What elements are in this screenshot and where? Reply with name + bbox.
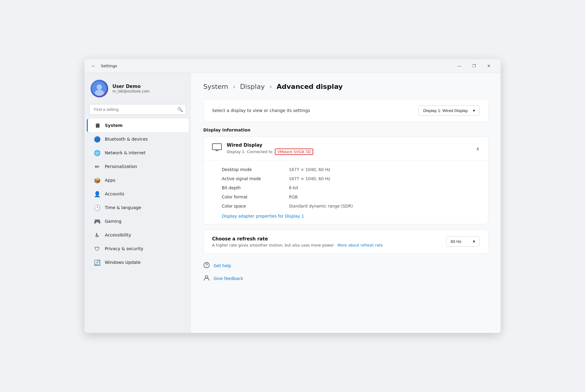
spec-value-desktop-mode: 1677 × 1040, 60 Hz <box>289 167 330 172</box>
sidebar-item-label-gaming: Gaming <box>105 219 183 224</box>
spec-row-active-signal: Active signal mode 1677 × 1040, 60 Hz <box>222 174 480 183</box>
user-name: User Demo <box>112 84 150 89</box>
svg-point-5 <box>206 266 207 267</box>
sidebar-item-windows-update[interactable]: 🔄 Windows Update <box>87 256 189 269</box>
maximize-button[interactable]: ❐ <box>467 61 481 71</box>
display-subtitle-prefix: Display 1: Connected to <box>227 149 272 154</box>
personalization-icon: ✏️ <box>94 163 101 170</box>
sidebar-item-network[interactable]: 🌐 Network & internet <box>87 146 189 159</box>
sidebar-item-label-network: Network & internet <box>105 150 183 155</box>
breadcrumb-part3: Advanced display <box>277 83 343 90</box>
display-selector-card: Select a display to view or change its s… <box>203 99 488 122</box>
sidebar-item-gaming[interactable]: 🎮 Gaming <box>87 215 189 228</box>
system-icon: 🖥 <box>94 122 101 129</box>
spec-value-color-format: RGB <box>289 194 298 199</box>
accounts-icon: 👤 <box>94 191 101 197</box>
titlebar: ← Settings — ❐ ✕ <box>84 59 501 73</box>
sidebar-item-label-bluetooth: Bluetooth & devices <box>105 137 183 142</box>
display-selector-row: Select a display to view or change its s… <box>212 105 480 116</box>
sidebar-item-label-system: System <box>105 123 183 128</box>
content-area: System › Display › Advanced display Sele… <box>191 73 501 333</box>
spec-label-bit-depth: Bit depth <box>222 185 289 190</box>
vmware-badge: VMware SVGA 3D <box>275 149 313 155</box>
search-input[interactable] <box>89 104 186 115</box>
sidebar: User Demo m_lab@outlook.com 🔍 🖥 System 🔵… <box>84 73 191 333</box>
spec-value-color-space: Standard dynamic range (SDR) <box>289 204 353 208</box>
sidebar-item-personalization[interactable]: ✏️ Personalization <box>87 160 189 173</box>
refresh-rate-info: Choose a refresh rate A higher rate give… <box>212 236 383 247</box>
get-help-row: Get help <box>203 259 488 272</box>
spec-value-active-signal: 1677 × 1040, 60 Hz <box>289 176 330 181</box>
privacy-icon: 🛡 <box>94 245 101 252</box>
spec-label-color-space: Color space <box>222 204 289 208</box>
user-profile[interactable]: User Demo m_lab@outlook.com <box>84 73 191 103</box>
refresh-rate-desc: A higher rate gives smoother motion, but… <box>212 243 383 247</box>
sidebar-item-system[interactable]: 🖥 System <box>87 119 189 132</box>
display-info-header: Wired Display Display 1: Connected to VM… <box>204 137 488 161</box>
adapter-properties-link[interactable]: Display adapter properties for Display 1 <box>222 211 480 220</box>
display-selector-label: Select a display to view or change its s… <box>212 108 310 113</box>
time-icon: 🕐 <box>94 204 101 211</box>
refresh-rate-dropdown[interactable]: 60 Hz ▾ <box>446 236 480 247</box>
breadcrumb-sep1: › <box>233 83 238 90</box>
display-info-card: Wired Display Display 1: Connected to VM… <box>203 137 488 224</box>
get-help-link[interactable]: Get help <box>214 263 231 268</box>
settings-window: ← Settings — ❐ ✕ User Demo m_ <box>84 59 501 333</box>
sidebar-item-accounts[interactable]: 👤 Accounts <box>87 187 189 201</box>
sidebar-item-accessibility[interactable]: ♿ Accessibility <box>87 228 189 242</box>
breadcrumb: System › Display › Advanced display <box>203 83 488 90</box>
spec-label-desktop-mode: Desktop mode <box>222 167 289 172</box>
sidebar-item-label-accessibility: Accessibility <box>105 233 183 237</box>
network-icon: 🌐 <box>94 149 101 156</box>
breadcrumb-part1: System <box>203 83 228 90</box>
sidebar-item-label-accounts: Accounts <box>105 191 183 196</box>
display-info-title-row: Wired Display Display 1: Connected to VM… <box>212 142 313 155</box>
chevron-up-icon[interactable]: ∧ <box>476 146 480 152</box>
display-info-section: Display information Wi <box>203 128 488 224</box>
refresh-rate-value: 60 Hz <box>451 239 461 244</box>
display-dropdown-value: Display 1: Wired Display <box>423 108 468 113</box>
display-subtitle: Display 1: Connected to VMware SVGA 3D <box>227 149 313 155</box>
bluetooth-icon: 🔵 <box>94 136 101 142</box>
display-name: Wired Display <box>227 142 313 148</box>
give-feedback-icon <box>203 275 210 282</box>
spec-row-color-space: Color space Standard dynamic range (SDR) <box>222 201 480 211</box>
get-help-icon <box>203 262 210 270</box>
minimize-button[interactable]: — <box>452 61 466 71</box>
give-feedback-link[interactable]: Give feedback <box>214 276 243 281</box>
sidebar-item-label-apps: Apps <box>105 178 183 183</box>
display-info-section-title: Display information <box>203 128 488 132</box>
sidebar-item-apps[interactable]: 📦 Apps <box>87 173 189 187</box>
spec-row-bit-depth: Bit depth 8-bit <box>222 183 480 192</box>
main-layout: User Demo m_lab@outlook.com 🔍 🖥 System 🔵… <box>84 73 501 333</box>
display-dropdown[interactable]: Display 1: Wired Display ▾ <box>419 105 480 116</box>
refresh-rate-chevron-icon: ▾ <box>473 239 475 244</box>
svg-rect-3 <box>212 144 222 150</box>
specs-table: Desktop mode 1677 × 1040, 60 Hz Active s… <box>204 161 488 224</box>
spec-row-color-format: Color format RGB <box>222 192 480 201</box>
app-title: Settings <box>101 64 117 68</box>
svg-point-2 <box>95 90 104 96</box>
breadcrumb-part2: Display <box>240 83 265 90</box>
spec-label-active-signal: Active signal mode <box>222 176 289 181</box>
sidebar-item-time[interactable]: 🕐 Time & language <box>87 201 189 214</box>
user-info: User Demo m_lab@outlook.com <box>112 84 150 93</box>
refresh-rate-title: Choose a refresh rate <box>212 236 383 242</box>
sidebar-item-label-time: Time & language <box>105 205 183 210</box>
sidebar-nav: 🖥 System 🔵 Bluetooth & devices 🌐 Network… <box>84 118 191 269</box>
gaming-icon: 🎮 <box>94 218 101 225</box>
back-button[interactable]: ← <box>89 62 98 70</box>
refresh-rate-card: Choose a refresh rate A higher rate give… <box>203 230 488 254</box>
sidebar-item-privacy[interactable]: 🛡 Privacy & security <box>87 242 189 255</box>
close-button[interactable]: ✕ <box>482 61 496 71</box>
svg-point-1 <box>97 84 102 90</box>
sidebar-item-bluetooth[interactable]: 🔵 Bluetooth & devices <box>87 132 189 146</box>
apps-icon: 📦 <box>94 177 101 184</box>
sidebar-item-label-personalization: Personalization <box>105 164 183 169</box>
more-about-refresh-link[interactable]: More about refresh rate <box>338 243 383 247</box>
avatar <box>90 80 108 97</box>
monitor-icon <box>212 143 222 154</box>
refresh-rate-desc-text: A higher rate gives smoother motion, but… <box>212 243 334 247</box>
spec-value-bit-depth: 8-bit <box>289 185 298 190</box>
display-title-block: Wired Display Display 1: Connected to VM… <box>227 142 313 155</box>
